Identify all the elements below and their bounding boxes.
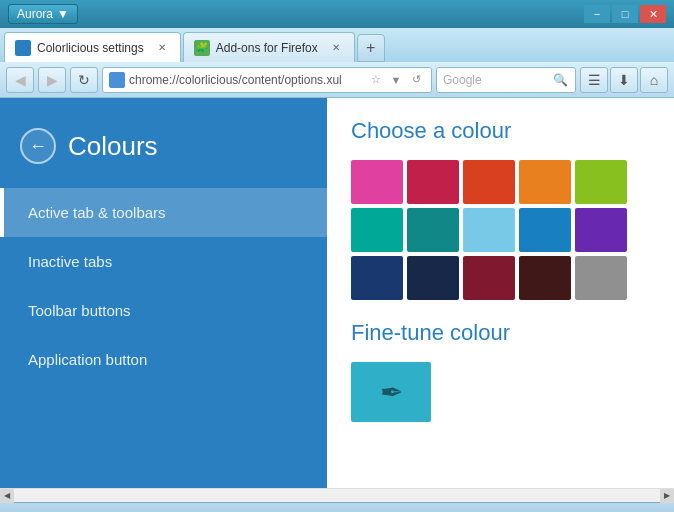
tab-addons-icon: 🧩 <box>194 40 210 56</box>
bookmark-star-icon[interactable]: ☆ <box>367 71 385 89</box>
back-icon: ← <box>29 136 47 157</box>
aurora-label: Aurora <box>17 7 53 21</box>
status-text: × <box>8 509 14 513</box>
title-bar: Aurora ▼ − □ ✕ <box>0 0 674 28</box>
tab-addons-close[interactable]: ✕ <box>328 40 344 56</box>
colour-grid <box>351 160 650 300</box>
tab-colorlicious[interactable]: Colorlicious settings ✕ <box>4 32 181 62</box>
aurora-button[interactable]: Aurora ▼ <box>8 4 78 24</box>
maximize-button[interactable]: □ <box>612 5 638 23</box>
sidebar: ← Colours Active tab & toolbars Inactive… <box>0 98 327 488</box>
colour-swatch-dark-navy[interactable] <box>407 256 459 300</box>
back-button[interactable]: ◀ <box>6 67 34 93</box>
fine-tune-title: Fine-tune colour <box>351 320 650 346</box>
forward-button[interactable]: ▶ <box>38 67 66 93</box>
horizontal-scrollbar[interactable]: ◀ ▶ <box>0 488 674 502</box>
colour-swatch-wine[interactable] <box>463 256 515 300</box>
search-icon[interactable]: 🔍 <box>551 71 569 89</box>
colour-swatch-darkred[interactable] <box>407 160 459 204</box>
nav-extra-btn-2[interactable]: ⬇ <box>610 67 638 93</box>
dropdown-icon[interactable]: ▼ <box>387 71 405 89</box>
tab-colorlicious-label: Colorlicious settings <box>37 41 144 55</box>
refresh-icon[interactable]: ↺ <box>407 71 425 89</box>
menu-item-application-button[interactable]: Application button <box>0 335 327 384</box>
tab-bar: Colorlicious settings ✕ 🧩 Add-ons for Fi… <box>0 28 674 62</box>
menu-item-toolbar-buttons[interactable]: Toolbar buttons <box>0 286 327 335</box>
status-bar: × <box>0 502 674 512</box>
nav-extra-btn-3[interactable]: ⌂ <box>640 67 668 93</box>
menu-item-active-tab-label: Active tab & toolbars <box>28 204 166 221</box>
colour-swatch-lime[interactable] <box>575 160 627 204</box>
nav-extra-btn-1[interactable]: ☰ <box>580 67 608 93</box>
tab-addons-label: Add-ons for Firefox <box>216 41 318 55</box>
address-site-icon <box>109 72 125 88</box>
scroll-left-button[interactable]: ◀ <box>0 489 14 503</box>
sidebar-back-button[interactable]: ← <box>20 128 56 164</box>
aurora-dropdown-icon: ▼ <box>57 7 69 21</box>
sidebar-title: Colours <box>68 131 158 162</box>
search-box[interactable]: Google 🔍 <box>436 67 576 93</box>
colour-swatch-sky[interactable] <box>463 208 515 252</box>
window-controls: − □ ✕ <box>584 5 666 23</box>
scroll-track[interactable] <box>14 489 660 502</box>
address-actions: ☆ ▼ ↺ <box>367 71 425 89</box>
search-placeholder: Google <box>443 73 547 87</box>
colour-swatch-teal-light[interactable] <box>351 208 403 252</box>
reload-button[interactable]: ↻ <box>70 67 98 93</box>
minimize-button[interactable]: − <box>584 5 610 23</box>
bottom-area: ◀ ▶ × <box>0 488 674 512</box>
close-button[interactable]: ✕ <box>640 5 666 23</box>
address-url: chrome://colorlicious/content/options.xu… <box>129 73 363 87</box>
menu-item-toolbar-buttons-label: Toolbar buttons <box>28 302 131 319</box>
colour-swatch-gray[interactable] <box>575 256 627 300</box>
menu-item-inactive-tabs-label: Inactive tabs <box>28 253 112 270</box>
nav-bar: ◀ ▶ ↻ chrome://colorlicious/content/opti… <box>0 62 674 98</box>
menu-item-active-tab[interactable]: Active tab & toolbars <box>0 188 327 237</box>
tab-colorlicious-close[interactable]: ✕ <box>154 40 170 56</box>
title-bar-left: Aurora ▼ <box>8 4 78 24</box>
colour-swatch-pink[interactable] <box>351 160 403 204</box>
colour-swatch-dark-brown[interactable] <box>519 256 571 300</box>
menu-item-application-button-label: Application button <box>28 351 147 368</box>
colour-swatch-orange-red[interactable] <box>463 160 515 204</box>
scroll-right-button[interactable]: ▶ <box>660 489 674 503</box>
fine-tune-icon: ✒ <box>380 376 403 409</box>
colour-swatch-orange[interactable] <box>519 160 571 204</box>
tab-addons[interactable]: 🧩 Add-ons for Firefox ✕ <box>183 32 355 62</box>
tab-colorlicious-icon <box>15 40 31 56</box>
new-tab-button[interactable]: + <box>357 34 385 62</box>
main-content: ← Colours Active tab & toolbars Inactive… <box>0 98 674 488</box>
menu-item-inactive-tabs[interactable]: Inactive tabs <box>0 237 327 286</box>
content-panel: Choose a colour Fine-tune colour ✒ <box>327 98 674 488</box>
fine-tune-preview[interactable]: ✒ <box>351 362 431 422</box>
nav-extras: ☰ ⬇ ⌂ <box>580 67 668 93</box>
address-bar[interactable]: chrome://colorlicious/content/options.xu… <box>102 67 432 93</box>
sidebar-header: ← Colours <box>0 118 327 188</box>
colour-swatch-purple[interactable] <box>575 208 627 252</box>
colour-swatch-blue[interactable] <box>519 208 571 252</box>
colour-swatch-teal[interactable] <box>407 208 459 252</box>
choose-colour-title: Choose a colour <box>351 118 650 144</box>
colour-swatch-navy[interactable] <box>351 256 403 300</box>
